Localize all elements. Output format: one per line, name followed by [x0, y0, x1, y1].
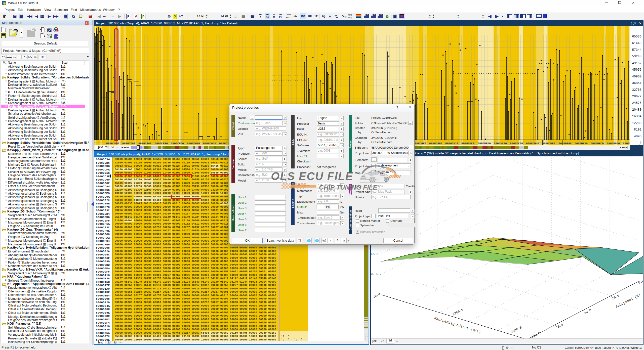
svg-text:1200.0: 1200.0	[452, 308, 464, 317]
svg-text:75.0: 75.0	[555, 323, 564, 330]
svg-text:2000.0: 2000.0	[510, 326, 522, 334]
svg-text:V: V	[56, 30, 58, 31]
svg-text:20.0: 20.0	[372, 292, 381, 299]
svg-text:494.0: 494.0	[371, 273, 378, 276]
svg-text:F: F	[54, 30, 55, 31]
svg-text:Fahrpedalgradient (%/s): Fahrpedalgradient (%/s)	[434, 316, 481, 334]
svg-text:989.0: 989.0	[371, 252, 378, 256]
svg-text:0.0: 0.0	[638, 279, 643, 285]
svg-text:100.0: 100.0	[531, 331, 541, 339]
